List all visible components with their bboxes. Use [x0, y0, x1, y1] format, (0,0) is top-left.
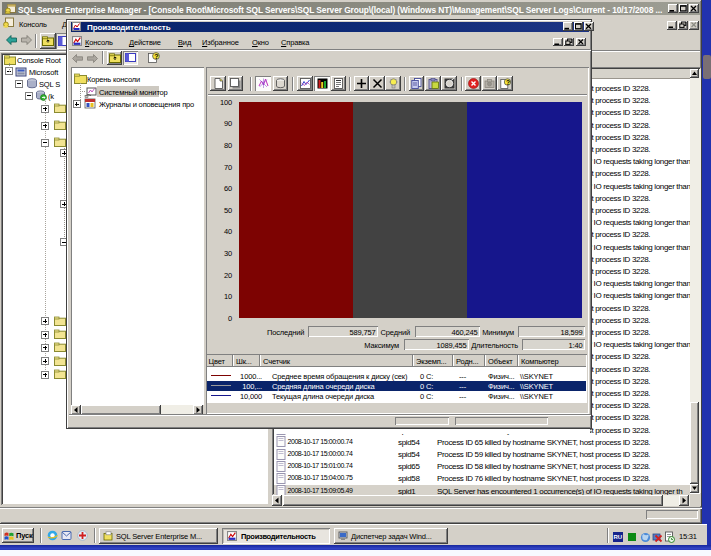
svg-text:?: ?	[154, 53, 158, 60]
svg-text:?: ?	[505, 79, 509, 86]
